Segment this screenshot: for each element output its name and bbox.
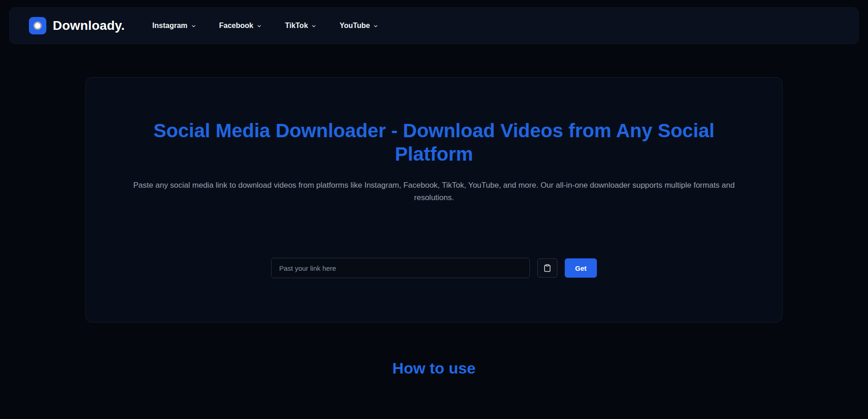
link-input-row: Get <box>118 258 750 278</box>
how-to-use-title: How to use <box>0 359 868 377</box>
brand-name: Downloady. <box>53 18 125 33</box>
nav-item-facebook[interactable]: Facebook <box>219 22 262 30</box>
paste-button[interactable] <box>537 258 557 278</box>
nav-item-instagram[interactable]: Instagram <box>152 22 196 30</box>
navbar: Downloady. Instagram Facebook TikTok You… <box>9 7 859 44</box>
get-button[interactable]: Get <box>565 258 596 278</box>
chevron-down-icon <box>373 23 378 29</box>
chevron-down-icon <box>256 23 262 29</box>
chevron-down-icon <box>311 23 317 29</box>
hero-card: Social Media Downloader - Download Video… <box>85 77 783 323</box>
hero-title: Social Media Downloader - Download Video… <box>136 119 732 166</box>
nav-item-tiktok-label: TikTok <box>285 22 308 30</box>
logo-dot-icon <box>33 22 42 30</box>
main-content: Social Media Downloader - Download Video… <box>0 77 868 377</box>
nav-item-youtube[interactable]: YouTube <box>339 22 378 30</box>
brand-logo-icon <box>29 17 46 34</box>
hero-description: Paste any social media link to download … <box>118 179 750 204</box>
main-nav: Instagram Facebook TikTok YouTube <box>152 22 378 30</box>
clipboard-icon <box>543 264 551 272</box>
brand[interactable]: Downloady. <box>29 17 125 34</box>
chevron-down-icon <box>191 23 196 29</box>
nav-item-instagram-label: Instagram <box>152 22 187 30</box>
link-input[interactable] <box>271 258 530 278</box>
nav-item-youtube-label: YouTube <box>339 22 370 30</box>
nav-item-facebook-label: Facebook <box>219 22 254 30</box>
nav-item-tiktok[interactable]: TikTok <box>285 22 317 30</box>
